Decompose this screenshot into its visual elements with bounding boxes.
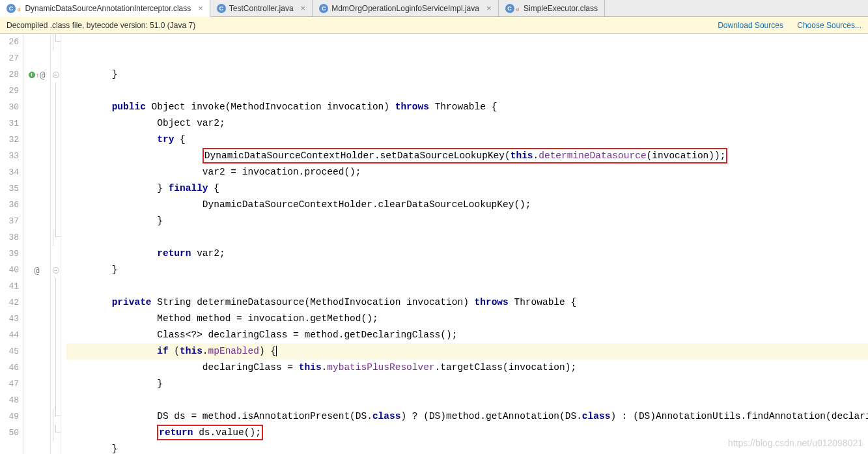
code-token: try [157, 134, 180, 145]
fold-indicator[interactable] [51, 148, 61, 164]
line-number: 34 [0, 164, 19, 180]
code-line[interactable]: try { [66, 132, 868, 148]
editor-tab-1[interactable]: CTestController.java× [210, 0, 313, 16]
fold-indicator[interactable] [51, 360, 61, 376]
code-line[interactable]: return var2; [66, 246, 868, 262]
fold-indicator[interactable] [51, 246, 61, 262]
gutter-marker [23, 408, 50, 425]
code-token: .targetClass(invocation); [435, 362, 577, 373]
fold-indicator[interactable] [51, 50, 61, 66]
line-number: 26 [0, 34, 19, 50]
editor-tab-0[interactable]: CdDynamicDataSourceAnnotationInterceptor… [0, 0, 210, 17]
code-token: { [214, 183, 219, 193]
code-line[interactable]: public Object invoke(MethodInvocation in… [66, 99, 868, 115]
fold-collapse-icon[interactable]: − [53, 72, 59, 78]
editor-tab-2[interactable]: CMdmOrgOperationLoginfoServiceImpl.java× [313, 0, 498, 16]
info-links: Download Sources Choose Sources... [706, 21, 861, 30]
code-line[interactable] [66, 392, 868, 408]
code-line[interactable]: } [66, 441, 868, 454]
fold-indicator[interactable] [51, 99, 61, 115]
fold-indicator[interactable] [51, 392, 61, 408]
fold-indicator[interactable] [51, 83, 61, 99]
code-line[interactable]: DS ds = method.isAnnotationPresent(DS.cl… [66, 408, 868, 425]
choose-sources-link[interactable]: Choose Sources... [797, 21, 861, 30]
code-token: Class<?> declaringClass = method.getDecl… [157, 330, 457, 340]
code-token: . [533, 150, 539, 161]
code-line[interactable]: private String determineDatasource(Metho… [66, 294, 868, 311]
gutter-marker [23, 376, 50, 392]
file-icon: C [217, 4, 226, 13]
fold-indicator[interactable] [51, 311, 61, 327]
code-line[interactable]: } [66, 376, 868, 392]
code-area[interactable]: } public Object invoke(MethodInvocation … [61, 34, 868, 454]
fold-indicator[interactable] [51, 115, 61, 132]
fold-indicator[interactable] [51, 278, 61, 294]
editor-tab-3[interactable]: CdSimpleExecutor.class [499, 0, 606, 16]
fold-indicator[interactable] [51, 294, 61, 311]
code-token: } [112, 264, 118, 275]
fold-indicator[interactable] [51, 164, 61, 180]
fold-indicator[interactable]: − [51, 262, 61, 278]
implements-arrow-icon[interactable]: ↑ [36, 71, 40, 79]
fold-collapse-icon[interactable]: − [53, 267, 59, 274]
code-line[interactable]: } [66, 262, 868, 278]
line-number: 36 [0, 197, 19, 213]
close-icon[interactable]: × [486, 3, 492, 13]
gutter-marker [23, 327, 50, 343]
code-token: declaringClass = [203, 362, 299, 373]
code-line[interactable]: } [66, 66, 868, 83]
code-line[interactable] [66, 83, 868, 99]
code-line[interactable]: Class<?> declaringClass = method.getDecl… [66, 327, 868, 343]
code-line[interactable]: declaringClass = this.mybatisPlusResolve… [66, 360, 868, 376]
override-icon[interactable]: I [29, 72, 35, 78]
highlight-box: return ds.value(); [157, 425, 263, 440]
code-line[interactable]: var2 = invocation.proceed(); [66, 164, 868, 180]
tab-label: TestController.java [229, 4, 294, 13]
code-line[interactable]: Method method = invocation.getMethod(); [66, 311, 868, 327]
fold-indicator[interactable] [51, 180, 61, 197]
fold-indicator[interactable] [51, 327, 61, 343]
fold-indicator[interactable] [51, 343, 61, 360]
code-token [276, 346, 283, 356]
fold-indicator[interactable] [51, 408, 61, 425]
code-line[interactable]: } [66, 213, 868, 229]
fold-indicator[interactable]: − [51, 66, 61, 83]
code-token: ) ? (DS)method.getAnnotation(DS. [400, 411, 581, 421]
code-line[interactable]: if (this.mpEnabled) { [66, 343, 868, 360]
annotation-icon: @ [40, 70, 45, 80]
code-token: } [157, 378, 163, 389]
code-line[interactable]: return ds.value(); [66, 425, 868, 441]
download-sources-link[interactable]: Download Sources [718, 21, 783, 30]
decompile-message: Decompiled .class file, bytecode version… [7, 21, 195, 30]
close-icon[interactable]: × [301, 3, 306, 13]
code-token: . [203, 346, 208, 356]
fold-indicator[interactable] [51, 425, 61, 441]
file-subicon: d [18, 7, 20, 12]
fold-indicator[interactable] [51, 197, 61, 213]
fold-indicator[interactable] [51, 213, 61, 229]
code-token: Throwable { [514, 297, 576, 307]
fold-indicator[interactable] [51, 229, 61, 246]
code-token: finally [169, 183, 214, 193]
code-token: if [157, 346, 174, 356]
code-line[interactable] [66, 278, 868, 294]
gutter-marker [23, 132, 50, 148]
code-line[interactable]: DynamicDataSourceContextHolder.clearData… [66, 197, 868, 213]
highlight-box: DynamicDataSourceContextHolder.setDataSo… [203, 148, 728, 163]
code-line[interactable]: Object var2; [66, 115, 868, 132]
code-line[interactable] [66, 229, 868, 246]
code-line[interactable]: } finally { [66, 180, 868, 197]
code-line[interactable]: DynamicDataSourceContextHolder.setDataSo… [66, 148, 868, 164]
line-number: 41 [0, 278, 19, 294]
fold-indicator[interactable] [51, 376, 61, 392]
file-icon: C [319, 4, 328, 13]
line-number: 43 [0, 311, 19, 327]
code-token: private [112, 297, 158, 307]
line-number: 48 [0, 392, 19, 408]
fold-indicator[interactable] [51, 34, 61, 50]
code-token: throws [395, 102, 435, 112]
code-editor[interactable]: 2627282930313233343536373839404142434445… [0, 34, 868, 454]
gutter-marker [23, 197, 50, 213]
close-icon[interactable]: × [198, 3, 203, 13]
fold-indicator[interactable] [51, 132, 61, 148]
